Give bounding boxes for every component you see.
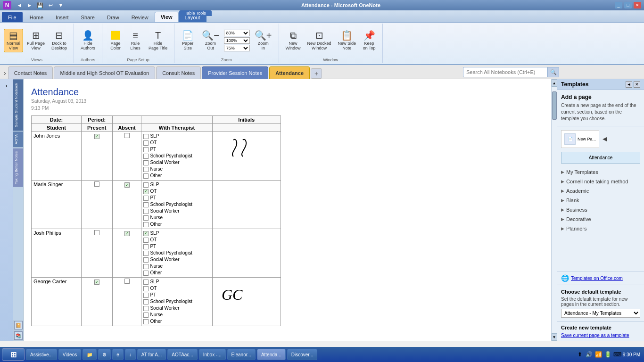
list-item[interactable]: Nurse: [143, 263, 210, 270]
therapist-checkbox[interactable]: [143, 147, 149, 152]
tab-contact-notes[interactable]: Contact Notes: [8, 66, 53, 79]
template-category-cornell[interactable]: ▶ Cornell note taking method: [557, 177, 644, 186]
list-item[interactable]: School Psychologist: [143, 298, 210, 305]
save-btn[interactable]: 💾: [36, 1, 44, 9]
present-cell[interactable]: [81, 181, 112, 229]
list-item[interactable]: Other: [143, 318, 210, 325]
forward-btn[interactable]: ►: [25, 1, 34, 9]
template-category-planners[interactable]: ▶ Planners: [557, 224, 644, 233]
minimize-button[interactable]: _: [615, 2, 622, 8]
list-item[interactable]: OT: [143, 237, 210, 243]
rule-lines-button[interactable]: ≡ RuleLines: [126, 29, 145, 52]
new-window-button[interactable]: ⧉ NewWindow: [283, 29, 304, 52]
therapist-checkbox[interactable]: [143, 182, 149, 188]
dock-to-desktop-button[interactable]: ⊟ Dock toDesktop: [49, 29, 70, 52]
therapist-checkbox[interactable]: [143, 286, 149, 291]
list-item[interactable]: School Psychologist: [143, 201, 210, 208]
therapist-checkbox[interactable]: [143, 215, 149, 221]
taskbar-icon-2[interactable]: 🔊: [585, 350, 594, 359]
default-template-select[interactable]: Attendance - My Templates: [561, 309, 640, 318]
back-btn[interactable]: ◄: [15, 1, 24, 9]
dropdown-btn[interactable]: ▼: [57, 1, 65, 9]
present-cell[interactable]: [81, 229, 112, 278]
panel-back-button[interactable]: ◄: [626, 81, 632, 88]
therapist-checkbox[interactable]: [143, 264, 149, 269]
taskbar-icon-4[interactable]: 🔋: [604, 350, 612, 359]
therapist-checkbox[interactable]: [143, 244, 149, 249]
list-item[interactable]: Nurse: [143, 214, 210, 221]
template-category-my-templates[interactable]: ▶ My Templates: [557, 167, 644, 177]
paper-size-button[interactable]: 📄 PaperSize: [178, 29, 197, 52]
nav-arrow-btn[interactable]: ◄: [601, 135, 609, 143]
present-checkbox[interactable]: [94, 230, 99, 235]
template-category-business[interactable]: ▶ Business: [557, 205, 644, 214]
scroll-down-button[interactable]: ▼: [552, 333, 557, 341]
taskbar-icon-3[interactable]: 📶: [594, 350, 603, 359]
present-checkbox[interactable]: [94, 181, 99, 187]
taskbar-aota-ac[interactable]: AOTAac...: [167, 349, 197, 360]
tab-attendance[interactable]: Attendance: [269, 66, 310, 79]
list-item[interactable]: OT: [143, 188, 210, 195]
therapist-checkbox[interactable]: [143, 160, 149, 165]
tab-draw[interactable]: Draw: [101, 12, 125, 22]
list-item[interactable]: OT: [143, 140, 210, 146]
search-input[interactable]: [463, 67, 548, 77]
new-tab-button[interactable]: +: [311, 68, 322, 79]
therapist-checkbox[interactable]: [143, 231, 149, 236]
therapist-checkbox[interactable]: [143, 202, 149, 207]
therapist-checkbox[interactable]: [143, 173, 149, 179]
taskbar-ie[interactable]: e: [112, 349, 124, 360]
zoom-in-button[interactable]: 🔍+ ZoomIn: [252, 29, 275, 52]
search-button[interactable]: 🔍: [548, 67, 559, 77]
new-side-note-button[interactable]: 📋 New SideNote: [335, 29, 359, 52]
keep-on-top-button[interactable]: 📌 Keepon Top: [360, 29, 379, 52]
notebook-label-aota[interactable]: AOTA: [13, 132, 23, 147]
undo-btn[interactable]: ↩: [46, 1, 55, 9]
taskbar-attend[interactable]: Attenda...: [257, 349, 286, 360]
absent-cell[interactable]: [112, 181, 141, 229]
zoom-out-button[interactable]: 🔍− ZoomOut: [199, 29, 222, 52]
therapist-checkbox[interactable]: [143, 154, 149, 159]
absent-checkbox[interactable]: [124, 133, 130, 138]
list-item[interactable]: School Psychologist: [143, 153, 210, 159]
therapist-checkbox[interactable]: [143, 189, 149, 194]
therapist-checkbox[interactable]: [143, 306, 149, 311]
zoom-select-3[interactable]: 75%100%80%: [224, 45, 250, 51]
page-color-button[interactable]: PageColor: [106, 29, 125, 52]
list-item[interactable]: Other: [143, 221, 210, 228]
list-item[interactable]: PT: [143, 292, 210, 298]
therapist-checkbox[interactable]: [143, 280, 149, 285]
tab-middle-high-ot[interactable]: Middle and High School OT Evaluation: [54, 66, 155, 79]
list-item[interactable]: Nurse: [143, 312, 210, 318]
therapist-checkbox[interactable]: [143, 319, 149, 324]
therapist-checkbox[interactable]: [143, 209, 149, 214]
collapse-nav-button[interactable]: ›: [2, 81, 11, 90]
present-cell[interactable]: [81, 132, 112, 181]
list-item[interactable]: Social Worker: [143, 159, 210, 166]
tab-consult-notes[interactable]: Consult Notes: [156, 66, 201, 79]
therapist-checkbox[interactable]: [143, 134, 149, 139]
therapist-checkbox[interactable]: [143, 167, 149, 172]
scroll-up-button[interactable]: ▲: [552, 79, 557, 87]
list-item[interactable]: PT: [143, 195, 210, 201]
taskbar-eleanor[interactable]: Eleanor...: [227, 349, 256, 360]
therapist-checkbox[interactable]: [143, 251, 149, 256]
absent-checkbox[interactable]: [124, 279, 130, 284]
list-item[interactable]: SLP: [143, 230, 210, 237]
start-button[interactable]: ⊞: [2, 348, 25, 361]
therapist-checkbox[interactable]: [143, 196, 149, 201]
list-item[interactable]: School Psychologist: [143, 250, 210, 256]
list-item[interactable]: Nurse: [143, 166, 210, 173]
taskbar-icon-5[interactable]: ⌨: [613, 350, 622, 359]
save-template-link[interactable]: Save current page as a template: [561, 333, 629, 338]
full-page-view-button[interactable]: ⊞ Full PageView: [24, 29, 48, 52]
absent-cell[interactable]: [112, 132, 141, 181]
hide-authors-button[interactable]: 👤 HideAuthors: [78, 29, 98, 52]
template-category-blank[interactable]: ▶ Blank: [557, 196, 644, 205]
tab-view[interactable]: View: [155, 12, 179, 22]
close-button[interactable]: ✕: [634, 2, 641, 8]
list-item[interactable]: Other: [143, 270, 210, 276]
taskbar-chrome[interactable]: ⚙: [98, 349, 111, 360]
present-cell[interactable]: [81, 278, 112, 326]
maximize-button[interactable]: □: [624, 2, 632, 8]
